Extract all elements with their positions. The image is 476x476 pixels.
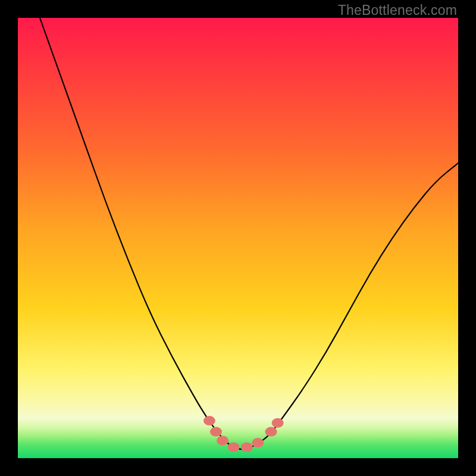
curve-marker xyxy=(252,438,264,447)
curve-marker xyxy=(228,443,240,452)
curve-marker xyxy=(265,427,277,437)
curve-marker xyxy=(217,436,228,445)
curve-marker xyxy=(203,416,215,425)
curve-marker xyxy=(210,427,222,437)
bottleneck-curve xyxy=(40,18,458,449)
curve-markers xyxy=(203,416,284,452)
curve-marker xyxy=(241,443,253,452)
curve-svg xyxy=(18,18,458,458)
watermark-text: TheBottleneck.com xyxy=(338,2,457,18)
plot-area xyxy=(18,18,458,458)
chart-frame: TheBottleneck.com xyxy=(0,0,476,476)
curve-marker xyxy=(272,418,284,428)
